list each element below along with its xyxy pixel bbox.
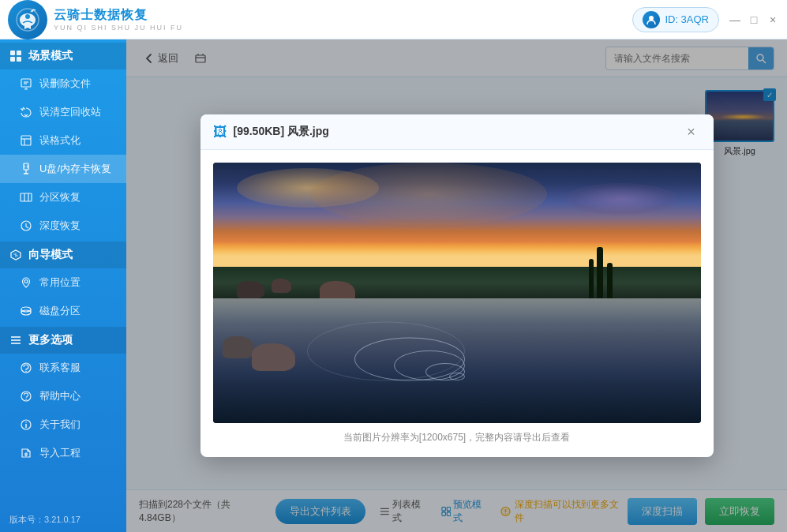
sidebar-item-usb[interactable]: U盘/内存卡恢复 bbox=[0, 155, 126, 183]
sidebar-item-delete[interactable]: 误删除文件 bbox=[0, 69, 126, 98]
partition-icon bbox=[19, 190, 33, 204]
svg-point-2 bbox=[649, 16, 654, 21]
sidebar-item-help[interactable]: 帮助中心 bbox=[0, 382, 126, 410]
more-options-label: 更多选项 bbox=[28, 333, 73, 347]
sidebar-section-wizard: 向导模式 bbox=[0, 242, 126, 268]
about-icon bbox=[19, 418, 33, 432]
sidebar-label-about: 关于我们 bbox=[39, 418, 81, 432]
sidebar-item-partition[interactable]: 分区恢复 bbox=[0, 183, 126, 212]
sidebar-item-recycle[interactable]: 误清空回收站 bbox=[0, 98, 126, 126]
wizard-mode-label: 向导模式 bbox=[28, 248, 73, 262]
titlebar-right: ID: 3AQR — □ × bbox=[632, 7, 779, 32]
window-controls: — □ × bbox=[729, 13, 779, 26]
modal-overlay: 🖼 [99.50KB] 风景.jpg × bbox=[126, 39, 787, 532]
sidebar: 场景模式 误删除文件 误清空回收站 bbox=[0, 39, 126, 532]
import-icon bbox=[19, 446, 33, 460]
sidebar-label-recycle: 误清空回收站 bbox=[39, 105, 101, 119]
svg-rect-10 bbox=[21, 136, 31, 145]
sidebar-label-deep: 深度恢复 bbox=[39, 219, 81, 233]
deep-recovery-icon bbox=[19, 219, 33, 233]
app-logo-icon bbox=[8, 0, 47, 39]
sidebar-label-disk: 磁盘分区 bbox=[39, 304, 81, 318]
sidebar-item-common-loc[interactable]: 常用位置 bbox=[0, 268, 126, 297]
svg-point-21 bbox=[24, 280, 28, 283]
minimize-button[interactable]: — bbox=[729, 13, 741, 26]
user-id-badge: ID: 3AQR bbox=[632, 7, 719, 32]
user-avatar-icon bbox=[643, 11, 660, 28]
sidebar-label-partition: 分区恢复 bbox=[39, 190, 81, 204]
sidebar-item-about[interactable]: 关于我们 bbox=[0, 410, 126, 439]
modal-body: 当前图片分辨率为[1200x675]，完整内容请导出后查看 bbox=[200, 150, 714, 457]
titlebar-left: 云骑士数据恢复 YUN QI SHI SHU JU HUI FU bbox=[8, 0, 183, 39]
preview-modal: 🖼 [99.50KB] 风景.jpg × bbox=[200, 114, 714, 457]
sidebar-label-common-loc: 常用位置 bbox=[39, 275, 81, 290]
recycle-icon bbox=[19, 105, 33, 119]
usb-icon bbox=[19, 162, 33, 176]
app-name-pinyin: YUN QI SHI SHU JU HUI FU bbox=[54, 24, 183, 32]
svg-rect-4 bbox=[17, 51, 21, 55]
user-id-text: ID: 3AQR bbox=[665, 13, 709, 25]
sidebar-item-service[interactable]: 联系客服 bbox=[0, 354, 126, 382]
service-icon bbox=[19, 361, 33, 375]
wizard-mode-icon bbox=[9, 249, 22, 261]
app-name: 云骑士数据恢复 bbox=[54, 7, 183, 24]
svg-point-35 bbox=[25, 421, 27, 423]
version-label: 版本号：3.21.0.17 bbox=[0, 508, 126, 532]
content-area: 返回 bbox=[126, 39, 787, 532]
sidebar-label-delete: 误删除文件 bbox=[39, 77, 91, 91]
sidebar-label-format: 误格式化 bbox=[39, 133, 81, 148]
sidebar-label-help: 帮助中心 bbox=[39, 389, 81, 403]
more-options-icon bbox=[9, 334, 22, 347]
sidebar-label-import: 导入工程 bbox=[39, 446, 81, 460]
titlebar: 云骑士数据恢复 YUN QI SHI SHU JU HUI FU ID: 3AQ… bbox=[0, 0, 787, 39]
svg-point-25 bbox=[21, 310, 31, 315]
modal-header: 🖼 [99.50KB] 风景.jpg × bbox=[200, 114, 714, 150]
modal-title: [99.50KB] 风景.jpg bbox=[234, 125, 329, 139]
sidebar-item-deep[interactable]: 深度恢复 bbox=[0, 212, 126, 240]
sidebar-section-more: 更多选项 bbox=[0, 327, 126, 354]
location-icon bbox=[19, 275, 33, 290]
svg-rect-6 bbox=[17, 57, 21, 62]
sidebar-section-scene: 场景模式 bbox=[0, 43, 126, 69]
svg-point-32 bbox=[25, 399, 27, 400]
scene-mode-icon bbox=[9, 50, 22, 62]
maximize-button[interactable]: □ bbox=[748, 13, 760, 26]
help-icon bbox=[19, 389, 33, 403]
close-button[interactable]: × bbox=[766, 13, 779, 26]
sidebar-item-import[interactable]: 导入工程 bbox=[0, 439, 126, 467]
modal-title-row: 🖼 [99.50KB] 风景.jpg bbox=[213, 124, 329, 140]
sidebar-item-format[interactable]: 误格式化 bbox=[0, 126, 126, 155]
main-layout: 场景模式 误删除文件 误清空回收站 bbox=[0, 39, 787, 532]
sidebar-label-usb: U盘/内存卡恢复 bbox=[39, 162, 111, 176]
preview-image-container bbox=[213, 163, 701, 423]
delete-icon bbox=[19, 77, 33, 91]
svg-point-30 bbox=[25, 371, 27, 373]
modal-close-button[interactable]: × bbox=[682, 122, 701, 141]
svg-rect-17 bbox=[21, 193, 32, 201]
sidebar-label-service: 联系客服 bbox=[39, 361, 81, 375]
scene-mode-label: 场景模式 bbox=[28, 49, 73, 63]
sidebar-item-disk[interactable]: 磁盘分区 bbox=[0, 297, 126, 325]
svg-rect-7 bbox=[21, 79, 31, 87]
disk-icon bbox=[19, 304, 33, 318]
svg-rect-5 bbox=[10, 57, 15, 62]
modal-resolution-note: 当前图片分辨率为[1200x675]，完整内容请导出后查看 bbox=[213, 431, 701, 444]
format-icon bbox=[19, 133, 33, 148]
svg-point-1 bbox=[25, 14, 30, 19]
svg-rect-3 bbox=[10, 51, 15, 55]
preview-image bbox=[213, 163, 701, 423]
logo-text: 云骑士数据恢复 YUN QI SHI SHU JU HUI FU bbox=[54, 7, 183, 32]
modal-file-icon: 🖼 bbox=[213, 124, 227, 140]
